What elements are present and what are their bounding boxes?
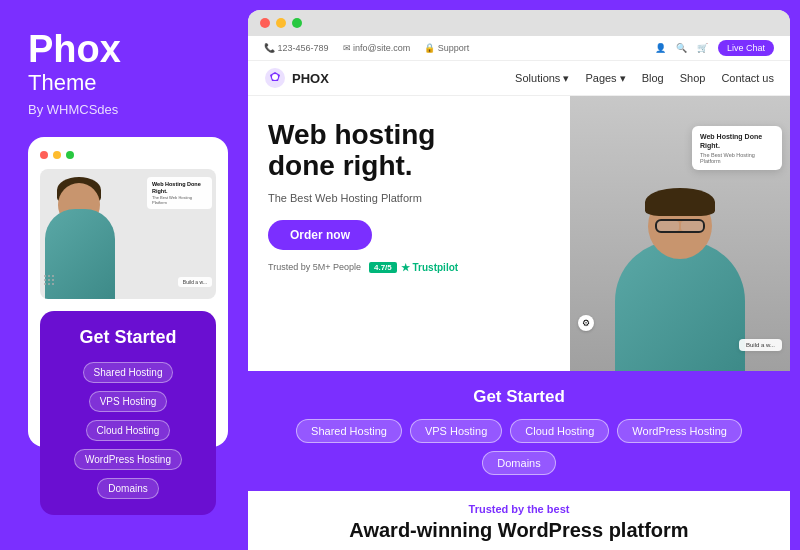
left-tag-domains[interactable]: Domains — [97, 478, 158, 499]
mobile-dot-yellow — [53, 151, 61, 159]
topbar-phone: 📞 123-456-789 — [264, 43, 329, 53]
browser-content: 📞 123-456-789 ✉ info@site.com 🔒 Support … — [248, 36, 790, 550]
tp-logo: ★ Trustpilot — [401, 262, 458, 273]
topbar-email: ✉ info@site.com — [343, 43, 411, 53]
floating-card-subtitle: The Best Web Hosting Platform — [700, 152, 774, 164]
topbar-cart-icon[interactable]: 🛒 — [697, 43, 708, 53]
tp-score: 4.7/5 — [369, 262, 397, 273]
mobile-card: Web Hosting Done Right. The Best Web Hos… — [28, 137, 228, 447]
person-photo-area: Web Hosting Done Right. The Best Web Hos… — [570, 96, 790, 371]
topbar-right: 👤 🔍 🛒 Live Chat — [655, 40, 774, 56]
left-tag-shared[interactable]: Shared Hosting — [83, 362, 174, 383]
mobile-build-text: Build a w... — [178, 277, 212, 287]
browser-dot-green — [292, 18, 302, 28]
mobile-dots-grid — [44, 275, 54, 285]
gs-tag-vps[interactable]: VPS Hosting — [410, 419, 502, 443]
site-nav: PHOX Solutions ▾ Pages ▾ Blog Shop Conta… — [248, 61, 790, 96]
nav-blog[interactable]: Blog — [642, 72, 664, 84]
mobile-dot-red — [40, 151, 48, 159]
hero-subtitle: The Best Web Hosting Platform — [268, 192, 550, 204]
left-tag-cloud[interactable]: Cloud Hosting — [86, 420, 171, 441]
gs-tag-cloud[interactable]: Cloud Hosting — [510, 419, 609, 443]
mobile-text-line2: The Best Web Hosting Platform — [152, 195, 207, 205]
mobile-person-body — [45, 209, 115, 299]
site-topbar: 📞 123-456-789 ✉ info@site.com 🔒 Support … — [248, 36, 790, 61]
gs-tag-wordpress[interactable]: WordPress Hosting — [617, 419, 742, 443]
topbar-support[interactable]: 🔒 Support — [424, 43, 469, 53]
trustpilot-badge: 4.7/5 ★ Trustpilot — [369, 262, 458, 273]
left-get-started-title: Get Started — [52, 327, 204, 348]
order-now-button[interactable]: Order now — [268, 220, 372, 250]
nav-solutions[interactable]: Solutions ▾ — [515, 72, 569, 85]
left-get-started-section: Get Started Shared Hosting VPS Hosting C… — [40, 311, 216, 515]
mobile-person-container: Web Hosting Done Right. The Best Web Hos… — [40, 169, 216, 299]
mobile-text-box: Web Hosting Done Right. The Best Web Hos… — [147, 177, 212, 209]
hero-left: Web hosting done right. The Best Web Hos… — [248, 96, 570, 371]
nav-logo-text: PHOX — [292, 71, 329, 86]
left-tag-vps[interactable]: VPS Hosting — [89, 391, 168, 412]
bottom-award-text: Award-winning WordPress platform — [268, 519, 770, 542]
live-chat-button[interactable]: Live Chat — [718, 40, 774, 56]
get-started-band: Get Started Shared Hosting VPS Hosting C… — [248, 371, 790, 491]
svg-point-1 — [272, 74, 278, 80]
nav-links: Solutions ▾ Pages ▾ Blog Shop Contact us — [515, 72, 774, 85]
site-bottom: Trusted by the best Award-winning WordPr… — [248, 491, 790, 550]
hero-title: Web hosting done right. — [268, 120, 550, 182]
brand-by: By WHMCSdes — [28, 102, 228, 117]
gs-tag-shared[interactable]: Shared Hosting — [296, 419, 402, 443]
mobile-dot-green — [66, 151, 74, 159]
nav-shop[interactable]: Shop — [680, 72, 706, 84]
nav-contact[interactable]: Contact us — [721, 72, 774, 84]
floating-card-title: Web Hosting Done Right. — [700, 132, 774, 150]
left-tag-wordpress[interactable]: WordPress Hosting — [74, 449, 182, 470]
get-started-band-title: Get Started — [268, 387, 770, 407]
person-body — [615, 241, 745, 371]
topbar-person-icon: 👤 — [655, 43, 666, 53]
floating-hero-card: Web Hosting Done Right. The Best Web Hos… — [692, 126, 782, 170]
browser-titlebar — [248, 10, 790, 36]
person-hair — [645, 188, 715, 216]
nav-logo: PHOX — [264, 67, 329, 89]
gs-tags: Shared Hosting VPS Hosting Cloud Hosting… — [268, 419, 770, 475]
person-glasses — [655, 219, 705, 233]
topbar-search-icon[interactable]: 🔍 — [676, 43, 687, 53]
trust-row: Trusted by 5M+ People 4.7/5 ★ Trustpilot — [268, 262, 550, 273]
floating-bottom-card: Build a w... — [739, 339, 782, 351]
mobile-dots — [40, 151, 216, 159]
left-panel: Phox Theme By WHMCSdes Web Hosting Done … — [0, 0, 248, 550]
mobile-screen: Web Hosting Done Right. The Best Web Hos… — [40, 169, 216, 299]
trust-text: Trusted by 5M+ People — [268, 262, 361, 272]
topbar-left: 📞 123-456-789 ✉ info@site.com 🔒 Support — [264, 43, 469, 53]
site-hero: Web hosting done right. The Best Web Hos… — [248, 96, 790, 371]
gear-icon: ⚙ — [578, 315, 594, 331]
left-tag-group: Shared Hosting VPS Hosting Cloud Hosting… — [52, 362, 204, 499]
brand-title: Phox — [28, 30, 228, 68]
browser-dot-yellow — [276, 18, 286, 28]
right-panel: 📞 123-456-789 ✉ info@site.com 🔒 Support … — [248, 10, 790, 550]
hero-right-image: Web Hosting Done Right. The Best Web Hos… — [570, 96, 790, 371]
gs-tag-domains[interactable]: Domains — [482, 451, 555, 475]
phox-logo-icon — [264, 67, 286, 89]
brand-subtitle: Theme — [28, 70, 228, 96]
browser-dot-red — [260, 18, 270, 28]
nav-pages[interactable]: Pages ▾ — [585, 72, 625, 85]
mobile-text-line1: Web Hosting Done Right. — [152, 181, 207, 195]
bottom-trusted-label: Trusted by the best — [268, 503, 770, 515]
